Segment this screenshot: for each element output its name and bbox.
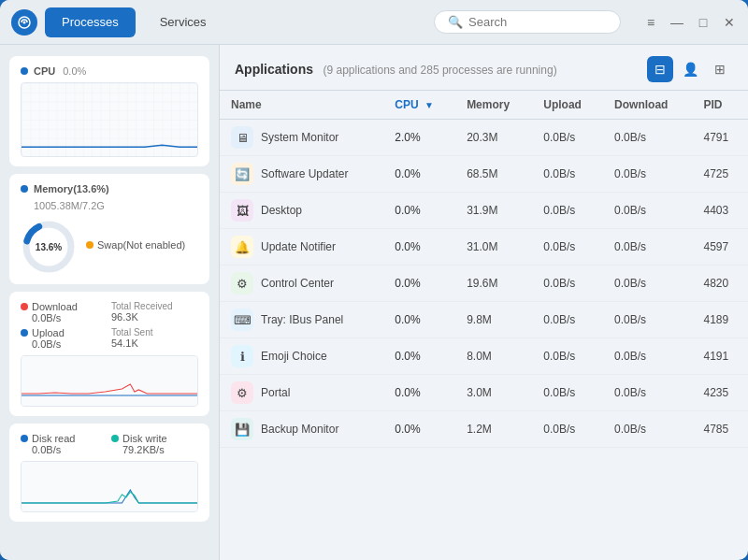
app-icon-8: 💾 — [231, 418, 253, 440]
swap-dot — [86, 241, 94, 249]
memory-percent: 13.6% — [36, 242, 62, 252]
cell-cpu-4: 0.0% — [383, 266, 455, 302]
table-row[interactable]: 🔄 Software Updater 0.0% 68.5M 0.0B/s 0.0… — [220, 156, 748, 193]
upload-item: Upload 0.0B/s — [21, 327, 108, 350]
cell-memory-4: 19.6M — [455, 266, 532, 302]
app-icon-6: ℹ — [231, 345, 253, 367]
cell-download-4: 0.0B/s — [603, 266, 692, 302]
download-item: Download 0.0B/s — [21, 301, 108, 323]
cell-name-2: 🖼 Desktop — [220, 193, 383, 229]
cell-download-7: 0.0B/s — [603, 375, 692, 411]
cell-pid-5: 4189 — [692, 302, 748, 338]
view-buttons: ⊟ 👤 ⊞ — [647, 56, 733, 82]
cell-memory-8: 1.2M — [455, 411, 532, 448]
grid-view-button[interactable]: ⊞ — [707, 56, 733, 82]
search-input[interactable] — [468, 15, 599, 29]
maximize-button[interactable]: □ — [696, 15, 711, 30]
app-name-2: Desktop — [261, 204, 302, 217]
app-icon-1: 🔄 — [231, 163, 253, 185]
cell-download-5: 0.0B/s — [603, 302, 692, 338]
table-row[interactable]: 💾 Backup Monitor 0.0% 1.2M 0.0B/s 0.0B/s… — [220, 411, 748, 448]
cell-name-4: ⚙ Control Center — [220, 266, 383, 302]
cell-cpu-1: 0.0% — [383, 156, 455, 193]
cell-upload-3: 0.0B/s — [532, 229, 603, 266]
app-icon-4: ⚙ — [231, 272, 253, 294]
app-name-1: Software Updater — [261, 167, 348, 180]
processes-tab[interactable]: Processes — [45, 7, 136, 37]
table-header-row: Name CPU ▼ Memory Upload Download PID — [220, 91, 748, 120]
menu-icon[interactable]: ≡ — [643, 15, 658, 30]
total-received-label: Total Received — [111, 301, 198, 311]
cell-pid-4: 4820 — [692, 266, 748, 302]
col-upload: Upload — [532, 91, 603, 120]
cell-memory-2: 31.9M — [455, 193, 532, 229]
cell-upload-6: 0.0B/s — [532, 338, 603, 375]
cell-upload-4: 0.0B/s — [532, 266, 603, 302]
disk-chart — [21, 461, 198, 512]
disk-read-label: Disk read — [32, 433, 75, 444]
total-sent-label: Total Sent — [111, 327, 198, 337]
list-view-button[interactable]: ⊟ — [647, 56, 673, 82]
app-name-0: System Monitor — [261, 131, 338, 144]
cell-pid-8: 4785 — [692, 411, 748, 448]
app-name-7: Portal — [261, 386, 290, 399]
cell-name-8: 💾 Backup Monitor — [220, 411, 383, 448]
download-label: Download — [32, 301, 78, 312]
upload-label: Upload — [32, 327, 65, 338]
total-received-value: 96.3K — [111, 311, 198, 323]
cpu-value: 0.0% — [63, 65, 86, 77]
table-row[interactable]: ⚙ Portal 0.0% 3.0M 0.0B/s 0.0B/s 4235 — [220, 375, 748, 411]
memory-dot — [21, 185, 28, 193]
table-row[interactable]: ℹ Emoji Choice 0.0% 8.0M 0.0B/s 0.0B/s 4… — [220, 338, 748, 375]
cell-pid-7: 4235 — [692, 375, 748, 411]
cell-pid-6: 4191 — [692, 338, 748, 375]
cell-pid-0: 4791 — [692, 120, 748, 156]
network-section: Download 0.0B/s Total Received 96.3K Upl… — [9, 292, 209, 416]
main-area: CPU 0.0% — [0, 45, 748, 560]
disk-read-value: 0.0B/s — [32, 444, 108, 455]
total-sent-item: Total Sent 54.1K — [111, 327, 198, 350]
cell-download-0: 0.0B/s — [603, 120, 692, 156]
table-wrap: Name CPU ▼ Memory Upload Download PID 🖥 … — [220, 91, 748, 560]
cell-cpu-0: 2.0% — [383, 120, 455, 156]
app-name-5: Tray: IBus Panel — [261, 313, 343, 326]
cell-memory-1: 68.5M — [455, 156, 532, 193]
cell-name-5: ⌨ Tray: IBus Panel — [220, 302, 383, 338]
table-row[interactable]: ⌨ Tray: IBus Panel 0.0% 9.8M 0.0B/s 0.0B… — [220, 302, 748, 338]
cell-name-3: 🔔 Update Notifier — [220, 229, 383, 266]
disk-write-dot — [111, 435, 119, 442]
cell-name-7: ⚙ Portal — [220, 375, 383, 411]
app-icon-7: ⚙ — [231, 381, 253, 404]
search-bar[interactable]: 🔍 — [434, 10, 621, 34]
user-view-button[interactable]: 👤 — [677, 56, 703, 82]
services-tab[interactable]: Services — [143, 7, 223, 37]
col-pid: PID — [692, 91, 748, 120]
app-name-4: Control Center — [261, 277, 334, 290]
table-row[interactable]: ⚙ Control Center 0.0% 19.6M 0.0B/s 0.0B/… — [220, 266, 748, 302]
cell-download-1: 0.0B/s — [603, 156, 692, 193]
table-row[interactable]: 🖥 System Monitor 2.0% 20.3M 0.0B/s 0.0B/… — [220, 120, 748, 156]
table-row[interactable]: 🔔 Update Notifier 0.0% 31.0M 0.0B/s 0.0B… — [220, 229, 748, 266]
cell-upload-8: 0.0B/s — [532, 411, 603, 448]
col-cpu[interactable]: CPU ▼ — [383, 91, 455, 120]
cell-upload-1: 0.0B/s — [532, 156, 603, 193]
table-row[interactable]: 🖼 Desktop 0.0% 31.9M 0.0B/s 0.0B/s 4403 — [220, 193, 748, 229]
app-name-6: Emoji Choice — [261, 350, 327, 363]
upload-value: 0.0B/s — [32, 338, 108, 350]
cell-download-3: 0.0B/s — [603, 229, 692, 266]
svg-rect-5 — [22, 356, 197, 407]
swap-label: Swap(Not enabled) — [97, 239, 185, 251]
apps-table: Name CPU ▼ Memory Upload Download PID 🖥 … — [220, 91, 748, 448]
svg-rect-2 — [22, 83, 197, 156]
cpu-chart — [21, 82, 198, 157]
memory-sub: 1005.38M/7.2G — [34, 200, 198, 211]
cell-pid-2: 4403 — [692, 193, 748, 229]
cell-upload-7: 0.0B/s — [532, 375, 603, 411]
cell-memory-0: 20.3M — [455, 120, 532, 156]
col-download: Download — [603, 91, 692, 120]
cell-pid-3: 4597 — [692, 229, 748, 266]
cell-name-6: ℹ Emoji Choice — [220, 338, 383, 375]
minimize-button[interactable]: — — [669, 15, 684, 30]
cell-memory-6: 8.0M — [455, 338, 532, 375]
close-button[interactable]: ✕ — [722, 15, 737, 30]
